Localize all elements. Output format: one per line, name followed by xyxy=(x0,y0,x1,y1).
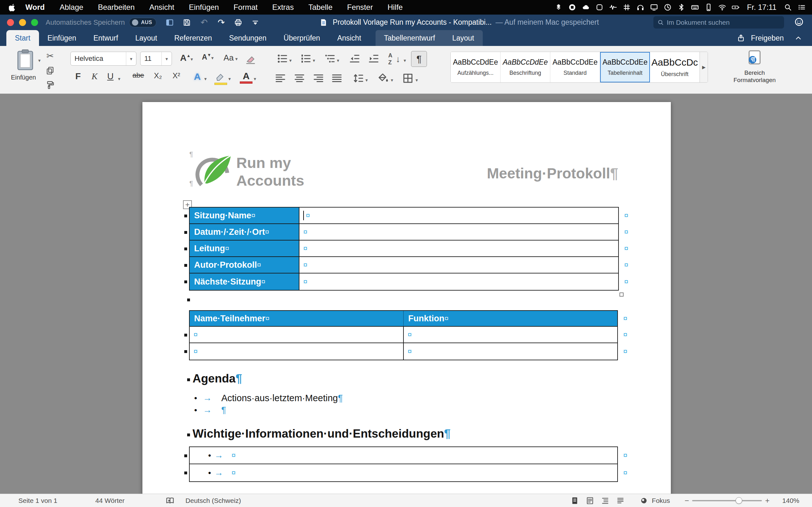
clear-formatting-icon[interactable] xyxy=(245,54,256,66)
onedrive-cloud-icon[interactable] xyxy=(580,2,591,13)
minimize-window-button[interactable] xyxy=(19,19,26,26)
table-row[interactable]: Datum·/·Zeit·/·Ort¤ ¤ ¤ xyxy=(190,224,618,240)
page-count[interactable]: Seite 1 von 1 xyxy=(18,497,57,504)
increase-indent-icon[interactable] xyxy=(368,53,379,66)
subscript-button[interactable]: X₂ xyxy=(150,71,166,85)
numbered-list-caret-icon[interactable]: ▾ xyxy=(313,58,315,63)
justify-icon[interactable] xyxy=(331,72,343,85)
zoom-slider[interactable] xyxy=(692,496,762,505)
participants-col1-header[interactable]: Name·Teilnehmer¤ xyxy=(190,311,404,326)
superscript-button[interactable]: X² xyxy=(168,71,185,85)
tab-referenzen[interactable]: Referenzen xyxy=(165,30,220,46)
autosave-toggle[interactable]: AUS xyxy=(129,18,156,27)
customize-toolbar-icon[interactable] xyxy=(250,17,260,28)
line-spacing-icon[interactable] xyxy=(353,72,364,85)
agenda-bullet-item-empty[interactable]: ● → ¶ xyxy=(194,404,226,416)
menu-fenster[interactable]: Fenster xyxy=(340,3,380,12)
table-resize-handle[interactable] xyxy=(619,292,623,297)
participant-name-cell[interactable]: ¤ xyxy=(190,343,404,360)
table-row[interactable]: Autor·Protokoll¤ ¤ ¤ xyxy=(190,257,618,274)
table-row[interactable]: ● → ¤ ¤ xyxy=(190,447,617,464)
document-heading[interactable]: Meeting·Protokoll¶ xyxy=(487,165,618,182)
tab-entwurf[interactable]: Entwurf xyxy=(85,30,126,46)
language-status[interactable]: Deutsch (Schweiz) xyxy=(186,497,241,504)
focus-mode-icon[interactable] xyxy=(639,496,649,505)
info-value-cell[interactable]: ¤ xyxy=(299,224,618,240)
print-layout-view-icon[interactable] xyxy=(570,496,579,505)
decision-cell[interactable]: ● → ¤ xyxy=(190,464,617,481)
save-icon[interactable] xyxy=(182,17,192,28)
change-case-button[interactable]: Aa ▾ xyxy=(220,53,241,66)
paste-caret-icon[interactable]: ▾ xyxy=(38,58,41,63)
share-label[interactable]: Freigeben xyxy=(751,34,784,43)
style-beschriftung[interactable]: AaBbCcDdEe Beschriftung xyxy=(501,52,550,82)
tab-ueberpruefen[interactable]: Überprüfen xyxy=(275,30,328,46)
table-row[interactable]: Leitung¤ ¤ ¤ xyxy=(190,240,618,257)
align-left-icon[interactable] xyxy=(275,72,286,85)
time-machine-icon[interactable] xyxy=(662,2,673,13)
menu-bearbeiten[interactable]: Bearbeiten xyxy=(91,3,142,12)
multilevel-list-icon[interactable] xyxy=(324,53,336,66)
font-name-caret-icon[interactable]: ▾ xyxy=(126,52,136,65)
tab-tabelle-layout[interactable]: Layout xyxy=(444,30,483,46)
style-standard[interactable]: AaBbCcDdEe Standard xyxy=(550,52,600,82)
format-painter-icon[interactable] xyxy=(44,79,56,90)
show-formatting-marks-button[interactable]: ¶ xyxy=(411,51,427,67)
underline-button[interactable]: U xyxy=(103,71,117,85)
draft-view-icon[interactable] xyxy=(616,496,625,505)
info-value-cell[interactable]: ¤ xyxy=(299,257,618,273)
info-label-cell[interactable]: Autor·Protokoll¤ xyxy=(190,257,299,273)
zoom-out-button[interactable]: − xyxy=(684,496,689,505)
font-color-caret-icon[interactable]: ▾ xyxy=(254,76,256,81)
zoom-slider-thumb[interactable] xyxy=(735,497,742,504)
table-header-row[interactable]: Name·Teilnehmer¤ Funktion¤ ¤ xyxy=(190,311,617,327)
shading-caret-icon[interactable]: ▾ xyxy=(391,78,393,82)
info-label-cell[interactable]: Leitung¤ xyxy=(190,240,299,257)
participant-name-cell[interactable]: ¤ xyxy=(190,327,404,343)
line-spacing-caret-icon[interactable]: ▾ xyxy=(365,78,368,82)
tab-start[interactable]: Start xyxy=(6,30,39,46)
participant-function-cell[interactable]: ¤ xyxy=(404,343,617,360)
zoom-level[interactable]: 140% xyxy=(782,497,799,504)
borders-caret-icon[interactable]: ▾ xyxy=(415,78,418,82)
headphones-icon[interactable] xyxy=(635,2,646,13)
info-label-cell[interactable]: Sitzung·Name¤ xyxy=(190,208,299,223)
borders-icon[interactable] xyxy=(402,72,414,85)
font-size-caret-icon[interactable]: ▾ xyxy=(161,52,171,65)
bullet-list-icon[interactable] xyxy=(276,53,288,66)
print-icon[interactable] xyxy=(233,17,243,28)
tab-layout[interactable]: Layout xyxy=(126,30,165,46)
document-page[interactable]: ¶ ¶ Run my Accounts Meeting·Protokoll¶ + xyxy=(142,102,671,494)
copy-icon[interactable] xyxy=(44,65,56,76)
share-icon[interactable] xyxy=(735,32,746,44)
shortcuts-icon[interactable] xyxy=(594,2,605,13)
collapse-ribbon-icon[interactable] xyxy=(793,32,804,44)
proofing-status-icon[interactable] xyxy=(165,496,175,505)
tab-sendungen[interactable]: Sendungen xyxy=(220,30,275,46)
agenda-bullet-item[interactable]: ● → Actions·aus·letztem·Meeting ¶ xyxy=(194,392,343,404)
feedback-smiley-icon[interactable] xyxy=(794,17,804,28)
menu-extras[interactable]: Extras xyxy=(265,3,301,12)
menu-ansicht[interactable]: Ansicht xyxy=(142,3,182,12)
style-ueberschrift[interactable]: AaBbCcDc Überschrift xyxy=(650,52,700,82)
zoom-window-button[interactable] xyxy=(31,19,38,26)
redo-icon[interactable]: ↷ xyxy=(216,17,226,28)
participants-col2-header[interactable]: Funktion¤ xyxy=(404,311,617,326)
participant-function-cell[interactable]: ¤ xyxy=(404,327,617,343)
bullet-list-caret-icon[interactable]: ▾ xyxy=(289,58,292,63)
menu-ablage[interactable]: Ablage xyxy=(52,3,91,12)
menu-tabelle[interactable]: Tabelle xyxy=(301,3,340,12)
menu-hilfe[interactable]: Hilfe xyxy=(380,3,410,12)
tab-einfuegen[interactable]: Einfügen xyxy=(39,30,85,46)
decision-cell[interactable]: ● → ¤ xyxy=(190,447,617,464)
zoom-in-button[interactable]: + xyxy=(765,496,769,505)
styles-pane-button[interactable]: Bereich Formatvorlagen xyxy=(724,49,785,92)
outline-view-icon[interactable] xyxy=(600,496,610,505)
info-value-cell[interactable]: ¤ xyxy=(299,208,618,223)
info-value-cell[interactable]: ¤ xyxy=(299,240,618,257)
undo-icon[interactable]: ↶ xyxy=(199,17,209,28)
italic-button[interactable]: K xyxy=(88,71,101,85)
audio-wave-icon[interactable] xyxy=(607,2,618,13)
airplay-display-icon[interactable] xyxy=(648,2,659,13)
info-value-cell[interactable]: ¤ xyxy=(299,274,618,290)
